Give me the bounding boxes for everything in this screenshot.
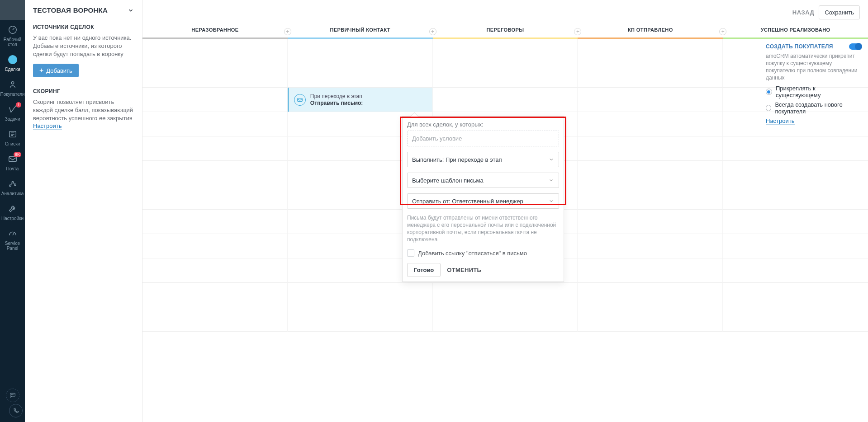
stage-won[interactable]: УСПЕШНО РЕАЛИЗОВАНО <box>723 24 868 39</box>
create-customer-toggle[interactable] <box>849 43 862 50</box>
side-panel: ТЕСТОВАЯ ВОРОНКА ИСТОЧНИКИ СДЕЛОК У вас … <box>25 0 142 422</box>
scoring-section: СКОРИНГ Скоринг позволяет присвоить кажд… <box>25 84 142 136</box>
stage-bar <box>142 38 288 39</box>
nav-deals[interactable]: Сделки <box>0 50 25 75</box>
nav-mail[interactable]: 6K Почта <box>0 149 25 174</box>
execute-select[interactable]: Выполнить: При переходе в этап <box>407 152 559 167</box>
trigger-text: При переходе в этап Отправить письмо: <box>310 93 363 107</box>
nav-settings[interactable]: Настройки <box>0 199 25 224</box>
add-stage-icon[interactable]: + <box>429 28 436 35</box>
sources-desc: У вас пока нет ни одного источника. Доба… <box>33 34 134 58</box>
radio-create-new[interactable]: Всегда создавать нового покупателя <box>766 101 862 115</box>
sources-title: ИСТОЧНИКИ СДЕЛОК <box>33 24 134 30</box>
select-value: Выполнить: При переходе в этап <box>412 156 502 163</box>
sources-section: ИСТОЧНИКИ СДЕЛОК У вас пока нет ни одног… <box>25 20 142 84</box>
cancel-button[interactable]: ОТМЕНИТЬ <box>447 267 481 273</box>
for-all-label: Для всех сделок, у которых: <box>407 121 559 128</box>
stage-negotiations[interactable]: ПЕРЕГОВОРЫ + <box>433 24 578 39</box>
trigger-line1: При переходе в этап <box>310 93 362 99</box>
stage-title: УСПЕШНО РЕАЛИЗОВАНО <box>723 24 868 33</box>
main: НАЗАД Сохранить НЕРАЗОБРАННОЕ + ПЕРВИЧНЫ… <box>142 0 868 422</box>
stage-title: НЕРАЗОБРАННОЕ <box>142 24 288 33</box>
nav-label: Списки <box>5 141 20 146</box>
gauge2-icon <box>7 228 18 239</box>
scoring-desc: Скоринг позволяет присвоить каждой сделк… <box>33 98 134 122</box>
analytics-icon <box>7 178 18 189</box>
send-from-select[interactable]: Отправить от: Ответственный менеджер <box>407 193 559 209</box>
nav-label: Сделки <box>5 67 20 72</box>
nav-lists[interactable]: Списки <box>0 124 25 149</box>
add-condition-button[interactable]: Добавить условие <box>407 131 559 146</box>
svg-rect-10 <box>298 98 303 101</box>
nav-dashboard[interactable]: Рабочий стол <box>0 20 25 50</box>
template-select[interactable]: Выберите шаблон письма <box>407 173 559 188</box>
chevron-down-icon <box>549 198 554 204</box>
avatar[interactable] <box>0 0 25 20</box>
svg-point-8 <box>12 394 13 395</box>
trigger-card[interactable]: При переходе в этап Отправить письмо: <box>288 88 433 112</box>
stage-bar <box>578 38 723 39</box>
pipeline-title: ТЕСТОВАЯ ВОРОНКА <box>33 6 108 14</box>
nav-service[interactable]: Service Panel <box>0 224 25 253</box>
done-button[interactable]: Готово <box>407 263 441 277</box>
add-source-button[interactable]: + Добавить <box>33 64 79 77</box>
create-customer-panel: СОЗДАТЬ ПОКУПАТЕЛЯ amoCRM автоматически … <box>759 39 868 124</box>
send-note: Письма будут отправлены от имени ответст… <box>407 214 559 243</box>
checkbox-icon <box>407 249 414 257</box>
badge: 6K <box>14 152 21 157</box>
save-button[interactable]: Сохранить <box>819 5 860 19</box>
col-0 <box>142 39 288 422</box>
svg-rect-3 <box>9 157 16 162</box>
customer-configure-link[interactable]: Настроить <box>766 117 795 125</box>
radio-attach-existing[interactable]: Прикреплять к существующему <box>766 85 862 98</box>
nav-label: Service Panel <box>0 241 25 251</box>
nav-label: Аналитика <box>1 191 24 196</box>
svg-point-5 <box>12 182 14 183</box>
trigger-popup: Для всех сделок, у которых: Добавить усл… <box>402 116 564 282</box>
radio-icon <box>766 105 771 111</box>
svg-point-1 <box>11 82 14 84</box>
chat-icon[interactable] <box>6 389 19 402</box>
nav-tasks[interactable]: 1 Задачи <box>0 99 25 124</box>
nav-customers[interactable]: Покупатели <box>0 75 25 99</box>
create-customer-title: СОЗДАТЬ ПОКУПАТЕЛЯ <box>766 43 833 50</box>
chevron-down-icon <box>549 157 554 162</box>
unsubscribe-checkbox[interactable]: Добавить ссылку "отписаться" в письмо <box>407 249 559 257</box>
deals-icon <box>7 54 18 65</box>
nav-label: Почта <box>6 166 19 171</box>
add-stage-icon[interactable]: + <box>284 28 291 35</box>
add-stage-icon[interactable]: + <box>719 28 726 35</box>
nav-label: Настройки <box>1 216 24 221</box>
back-button[interactable]: НАЗАД <box>792 9 815 16</box>
stage-proposal-sent[interactable]: КП ОТПРАВЛЕНО + <box>578 24 723 39</box>
nav-label: Рабочий стол <box>0 37 25 47</box>
add-stage-icon[interactable]: + <box>574 28 581 35</box>
chevron-down-icon <box>549 178 554 183</box>
nav-label: Покупатели <box>0 92 24 97</box>
select-value: Выберите шаблон письма <box>412 177 484 184</box>
stage-title: ПЕРВИЧНЫЙ КОНТАКТ <box>288 24 433 33</box>
svg-point-4 <box>9 185 11 187</box>
stage-unsorted[interactable]: НЕРАЗОБРАННОЕ + <box>142 24 288 39</box>
nav-label: Задачи <box>5 117 20 122</box>
stage-first-contact[interactable]: ПЕРВИЧНЫЙ КОНТАКТ + <box>288 24 433 39</box>
gauge-icon <box>7 24 18 35</box>
add-label: Добавить <box>46 67 72 74</box>
left-nav: Рабочий стол Сделки Покупатели 1 Задачи … <box>0 0 25 422</box>
plus-icon: + <box>39 67 43 74</box>
create-customer-desc: amoCRM автоматически прикрепит покупку к… <box>766 52 862 81</box>
select-value: Отправить от: Ответственный менеджер <box>412 198 523 205</box>
scoring-configure-link[interactable]: Настроить <box>33 122 62 130</box>
radio-label: Всегда создавать нового покупателя <box>775 101 862 115</box>
scoring-title: СКОРИНГ <box>33 88 134 94</box>
badge: 1 <box>16 102 21 108</box>
stage-bar <box>288 38 433 39</box>
chevron-down-icon[interactable] <box>128 7 134 14</box>
list-icon <box>7 129 18 140</box>
radio-label: Прикреплять к существующему <box>776 85 862 98</box>
col-3 <box>578 39 723 422</box>
wrench-icon <box>7 203 18 214</box>
svg-point-9 <box>14 394 14 395</box>
phone-icon[interactable] <box>9 404 23 417</box>
nav-analytics[interactable]: Аналитика <box>0 174 25 199</box>
